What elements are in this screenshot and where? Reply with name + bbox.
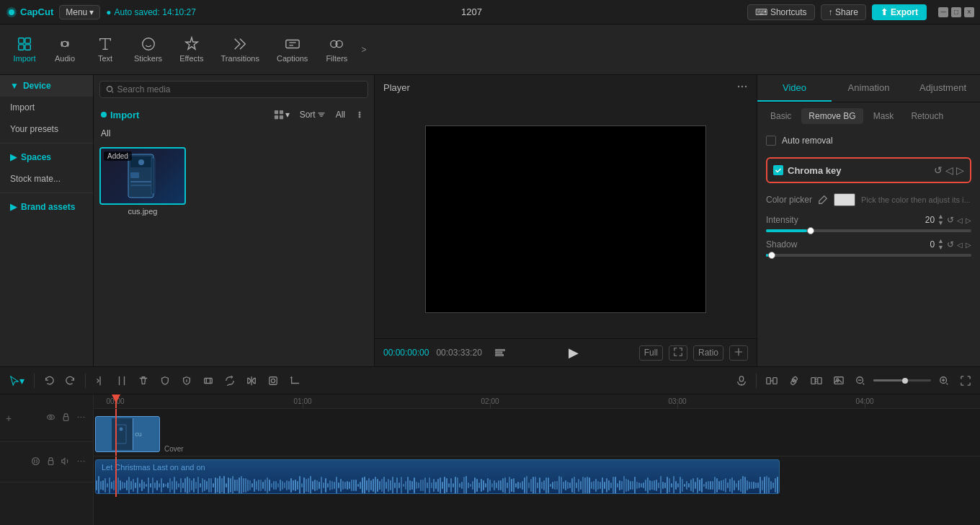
search-input[interactable] (117, 84, 362, 94)
tool-captions[interactable]: Captions (270, 33, 315, 66)
chroma-key-checkbox[interactable] (773, 165, 783, 175)
intensity-down[interactable]: ▼ (937, 220, 944, 226)
sidebar-item-presets[interactable]: Your presets (0, 118, 93, 140)
shadow-keyframe-prev[interactable]: ◁ (957, 241, 963, 249)
tab-video[interactable]: Video (757, 75, 832, 102)
close-button[interactable]: × (964, 7, 974, 17)
shortcuts-button[interactable]: ⌨ Shortcuts (747, 4, 815, 20)
mask2-tool[interactable] (264, 374, 282, 388)
view-toggle-button[interactable]: ▾ (271, 108, 293, 121)
tool-filters[interactable]: Filters (318, 33, 355, 66)
timeline-button[interactable] (492, 346, 508, 359)
shadow-down[interactable]: ▼ (937, 244, 944, 251)
zoom-thumb[interactable] (902, 378, 908, 384)
intensity-thumb[interactable] (807, 227, 814, 234)
resize-tool[interactable] (200, 374, 217, 388)
video-track-more[interactable] (75, 411, 87, 425)
minimize-button[interactable]: ─ (938, 7, 948, 17)
full-button[interactable]: Full (639, 345, 663, 361)
toolbar-expand-button[interactable]: > (358, 45, 369, 55)
maximize-button[interactable]: □ (951, 7, 961, 17)
zoom-in-icon (939, 376, 949, 386)
expand-player-button[interactable] (729, 345, 748, 361)
tab-animation[interactable]: Animation (832, 75, 906, 102)
fullscreen-button[interactable] (669, 345, 687, 361)
undo-button[interactable] (40, 374, 58, 388)
link-segments-button[interactable] (762, 374, 781, 388)
delete-tool[interactable] (135, 374, 152, 388)
tool-transitions[interactable]: Transitions (214, 33, 267, 66)
tab-adjustment[interactable]: Adjustment (906, 75, 980, 102)
sidebar-item-brand[interactable]: ▶ Brand assets (0, 196, 93, 218)
filter-options-button[interactable] (352, 109, 367, 120)
shadow-thumb[interactable] (768, 252, 775, 259)
shadow-reset-button[interactable]: ↺ (947, 239, 954, 250)
sidebar-item-spaces[interactable]: ▶ Spaces (0, 146, 93, 168)
select-tool[interactable]: ▾ (6, 373, 28, 389)
audio-track-icon1[interactable] (30, 455, 42, 469)
sub-tab-mask[interactable]: Mask (866, 108, 901, 124)
zoom-slider[interactable] (873, 379, 931, 381)
video-track-lock[interactable] (60, 411, 72, 425)
zoom-track[interactable] (873, 379, 931, 381)
loop-tool[interactable] (221, 374, 239, 388)
shield-tool[interactable] (156, 374, 174, 388)
zoom-out-button[interactable] (852, 374, 869, 388)
fit-timeline-button[interactable] (957, 374, 974, 388)
all-button[interactable]: All (333, 108, 348, 121)
player-menu-button[interactable] (736, 81, 748, 94)
tool-text[interactable]: Text (86, 33, 124, 66)
sub-tab-basic[interactable]: Basic (763, 108, 798, 124)
audio-lock-button[interactable] (45, 455, 57, 469)
search-box[interactable] (99, 81, 368, 98)
tool-audio[interactable]: Audio (46, 33, 84, 66)
sidebar-item-import[interactable]: Import (0, 97, 93, 118)
sub-tab-retouch[interactable]: Retouch (904, 108, 950, 124)
shadow-slider[interactable] (766, 254, 971, 257)
crop2-tool[interactable] (286, 374, 303, 388)
shield2-tool[interactable] (178, 374, 195, 388)
chroma-forward-button[interactable]: ▷ (956, 164, 964, 176)
sidebar-item-stock[interactable]: Stock mate... (0, 168, 93, 190)
video-track-eye[interactable] (45, 411, 57, 425)
tool-effects[interactable]: Effects (172, 33, 210, 66)
play-button[interactable]: ▶ (569, 345, 579, 361)
audio-clip[interactable]: Let Christmas Last on and on (95, 459, 780, 494)
intensity-keyframe-next[interactable]: ▷ (966, 216, 971, 224)
video-clip[interactable]: cu (95, 416, 160, 452)
add-video-track-button[interactable]: + (6, 412, 12, 424)
tool-stickers[interactable]: Stickers (127, 33, 169, 66)
audio-more-button[interactable] (75, 455, 87, 469)
sub-tab-remove-bg[interactable]: Remove BG (801, 108, 863, 124)
chain-button[interactable] (785, 374, 803, 388)
shadow-stepper[interactable]: ▲ ▼ (937, 238, 944, 251)
ratio-button[interactable]: Ratio (693, 345, 723, 361)
redo-button[interactable] (62, 374, 79, 388)
flip-tool[interactable] (243, 374, 260, 388)
media-thumbnail[interactable]: Added (99, 147, 186, 205)
split-tool[interactable] (92, 374, 109, 388)
chroma-reset-button[interactable]: ↺ (934, 164, 943, 176)
sort-button[interactable]: Sort (297, 108, 329, 121)
intensity-reset-button[interactable]: ↺ (947, 215, 954, 225)
image-insert-button[interactable] (830, 374, 847, 388)
export-button[interactable]: ⬆ Export (872, 4, 927, 20)
intensity-stepper[interactable]: ▲ ▼ (937, 213, 944, 226)
tool-import[interactable]: Import (6, 33, 43, 66)
chroma-back-button[interactable]: ◁ (945, 164, 953, 176)
auto-removal-checkbox[interactable] (766, 136, 776, 146)
eyedropper-icon[interactable] (818, 195, 828, 205)
mic-button[interactable] (733, 374, 750, 388)
split-segments-button[interactable] (807, 374, 826, 388)
menu-button[interactable]: Menu ▾ (59, 5, 100, 19)
intensity-slider[interactable] (766, 229, 971, 232)
zoom-in-button[interactable] (935, 374, 953, 388)
audio-volume-button[interactable] (60, 455, 72, 469)
color-swatch[interactable] (834, 193, 855, 206)
list-item[interactable]: Added cus.jpeg (99, 147, 186, 216)
share-button[interactable]: ↑ Share (821, 4, 866, 20)
intensity-keyframe-prev[interactable]: ◁ (957, 216, 963, 224)
shadow-keyframe-next[interactable]: ▷ (966, 241, 971, 249)
split2-tool[interactable] (113, 374, 130, 388)
sidebar-item-device[interactable]: ▼ Device (0, 75, 93, 97)
